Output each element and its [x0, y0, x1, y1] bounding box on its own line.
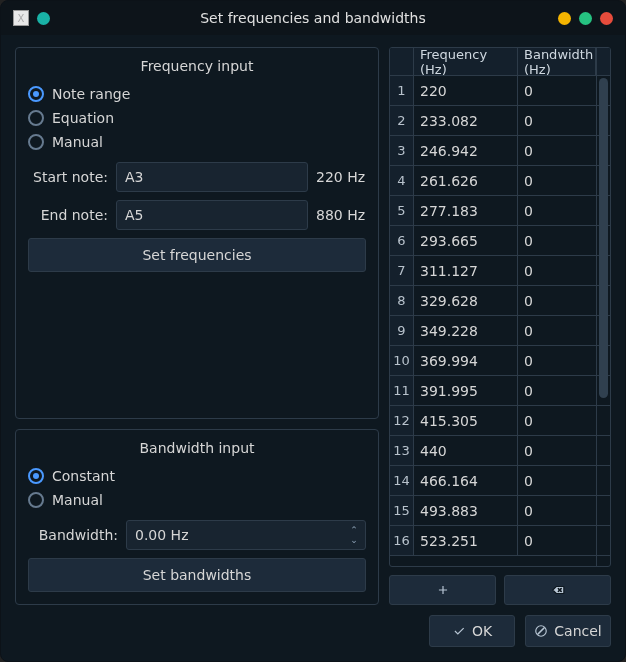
table-row[interactable]: 12200	[390, 76, 610, 106]
radio-label: Manual	[52, 134, 103, 150]
minimize-button[interactable]	[558, 12, 571, 25]
end-note-hz: 880 Hz	[316, 207, 366, 223]
row-number: 10	[390, 346, 414, 375]
start-note-hz: 220 Hz	[316, 169, 366, 185]
frequency-input-panel: Frequency input Note range Equation	[15, 47, 379, 419]
row-number: 13	[390, 436, 414, 465]
start-note-row: Start note: 220 Hz	[28, 162, 366, 192]
table-row[interactable]: 14466.1640	[390, 466, 610, 496]
bandwidth-row: Bandwidth: ⌃⌄	[28, 520, 366, 550]
frequency-cell[interactable]: 311.127	[414, 256, 518, 285]
data-table: Frequency (Hz) Bandwidth (Hz) 122002233.…	[389, 47, 611, 567]
table-row[interactable]: 4261.6260	[390, 166, 610, 196]
ok-button[interactable]: OK	[429, 615, 515, 647]
radio-label: Manual	[52, 492, 103, 508]
dialog-window: X Set frequencies and bandwidths Frequen…	[0, 0, 626, 662]
frequency-cell[interactable]: 329.628	[414, 286, 518, 315]
set-frequencies-button[interactable]: Set frequencies	[28, 238, 366, 272]
titlebar: X Set frequencies and bandwidths	[1, 1, 625, 35]
row-number: 7	[390, 256, 414, 285]
radio-equation[interactable]: Equation	[28, 110, 366, 126]
row-number: 2	[390, 106, 414, 135]
row-number: 4	[390, 166, 414, 195]
table-row[interactable]: 3246.9420	[390, 136, 610, 166]
frequency-cell[interactable]: 261.626	[414, 166, 518, 195]
table-row[interactable]: 2233.0820	[390, 106, 610, 136]
frequency-cell[interactable]: 523.251	[414, 526, 518, 555]
table-row[interactable]: 8329.6280	[390, 286, 610, 316]
start-note-input[interactable]	[116, 162, 308, 192]
bandwidth-spin[interactable]: ⌃⌄	[126, 520, 366, 550]
radio-icon	[28, 110, 44, 126]
frequency-cell[interactable]: 277.183	[414, 196, 518, 225]
row-number: 11	[390, 376, 414, 405]
table-row[interactable]: 10369.9940	[390, 346, 610, 376]
delete-row-button[interactable]	[504, 575, 611, 605]
end-note-input[interactable]	[116, 200, 308, 230]
radio-note-range[interactable]: Note range	[28, 86, 366, 102]
frequency-cell[interactable]: 415.305	[414, 406, 518, 435]
frequency-cell[interactable]: 466.164	[414, 466, 518, 495]
left-column: Frequency input Note range Equation	[15, 47, 379, 605]
plus-icon	[436, 583, 450, 597]
spin-arrows-icon[interactable]: ⌃⌄	[346, 522, 362, 548]
frequency-cell[interactable]: 220	[414, 76, 518, 105]
table-header: Frequency (Hz) Bandwidth (Hz)	[390, 48, 610, 76]
row-number-header	[390, 48, 414, 75]
bandwidth-header[interactable]: Bandwidth (Hz)	[518, 48, 596, 75]
table-row[interactable]: 12415.3050	[390, 406, 610, 436]
frequency-cell[interactable]: 440	[414, 436, 518, 465]
backspace-icon	[551, 583, 565, 597]
scroll-header-spacer	[596, 48, 610, 75]
frequency-cell[interactable]: 246.942	[414, 136, 518, 165]
cancel-icon	[534, 624, 548, 638]
table-row[interactable]: 134400	[390, 436, 610, 466]
row-number: 15	[390, 496, 414, 525]
radio-icon	[28, 134, 44, 150]
set-bandwidths-button[interactable]: Set bandwidths	[28, 558, 366, 592]
row-number: 1	[390, 76, 414, 105]
frequency-header[interactable]: Frequency (Hz)	[414, 48, 518, 75]
table-row[interactable]: 15493.8830	[390, 496, 610, 526]
frequency-cell[interactable]: 391.995	[414, 376, 518, 405]
bandwidth-input[interactable]	[126, 520, 366, 550]
bandwidth-panel-title: Bandwidth input	[28, 440, 366, 456]
frequency-cell[interactable]: 493.883	[414, 496, 518, 525]
close-button[interactable]	[600, 12, 613, 25]
row-number: 12	[390, 406, 414, 435]
bottom-buttons: OK Cancel	[15, 615, 611, 647]
radio-constant[interactable]: Constant	[28, 468, 366, 484]
ok-label: OK	[472, 623, 492, 639]
check-icon	[452, 624, 466, 638]
maximize-button[interactable]	[579, 12, 592, 25]
bandwidth-label: Bandwidth:	[28, 527, 118, 543]
frequency-mode-radio-group: Note range Equation Manual	[28, 86, 366, 150]
table-row[interactable]: 9349.2280	[390, 316, 610, 346]
row-number: 5	[390, 196, 414, 225]
table-body[interactable]: 122002233.08203246.94204261.62605277.183…	[390, 76, 610, 566]
app-icon: X	[13, 10, 29, 26]
table-row[interactable]: 11391.9950	[390, 376, 610, 406]
radio-manual-freq[interactable]: Manual	[28, 134, 366, 150]
radio-label: Note range	[52, 86, 130, 102]
table-row[interactable]: 5277.1830	[390, 196, 610, 226]
right-column: Frequency (Hz) Bandwidth (Hz) 122002233.…	[389, 47, 611, 605]
cancel-button[interactable]: Cancel	[525, 615, 611, 647]
table-row[interactable]: 6293.6650	[390, 226, 610, 256]
radio-icon	[28, 468, 44, 484]
radio-icon	[28, 492, 44, 508]
titlebar-left-dot	[37, 12, 50, 25]
table-row[interactable]: 16523.2510	[390, 526, 610, 556]
add-row-button[interactable]	[389, 575, 496, 605]
frequency-panel-title: Frequency input	[28, 58, 366, 74]
scroll-thumb[interactable]	[599, 78, 608, 398]
frequency-cell[interactable]: 349.228	[414, 316, 518, 345]
radio-manual-bw[interactable]: Manual	[28, 492, 366, 508]
frequency-cell[interactable]: 293.665	[414, 226, 518, 255]
frequency-cell[interactable]: 233.082	[414, 106, 518, 135]
frequency-cell[interactable]: 369.994	[414, 346, 518, 375]
table-row[interactable]: 7311.1270	[390, 256, 610, 286]
end-note-row: End note: 880 Hz	[28, 200, 366, 230]
row-number: 9	[390, 316, 414, 345]
scrollbar[interactable]	[596, 76, 610, 566]
